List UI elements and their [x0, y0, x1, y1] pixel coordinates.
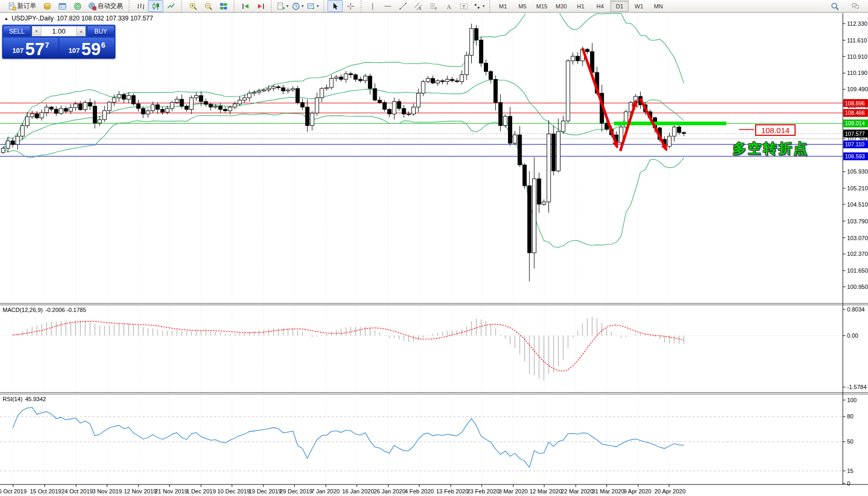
- svg-text:112.330: 112.330: [847, 20, 867, 27]
- timeframe-h4-label: H4: [596, 3, 604, 9]
- text-label-button[interactable]: T: [456, 0, 471, 12]
- svg-text:T: T: [462, 4, 465, 9]
- buy-button-label: BUY: [94, 28, 108, 35]
- timeframe-w1[interactable]: W1: [630, 1, 648, 12]
- navigator-button[interactable]: [70, 0, 85, 12]
- zoom-in-button[interactable]: [185, 0, 200, 12]
- timeframe-d1[interactable]: D1: [610, 1, 629, 12]
- svg-text:9 Apr 2020: 9 Apr 2020: [623, 488, 651, 494]
- svg-text:0: 0: [847, 480, 850, 487]
- turning-point-note[interactable]: 多空转折点: [733, 139, 809, 158]
- bar-chart-button[interactable]: [133, 0, 148, 12]
- candle-chart-button[interactable]: [148, 0, 163, 12]
- new-chart-button[interactable]: ▾: [275, 0, 290, 12]
- sell-price[interactable]: 107 57 7: [3, 38, 58, 58]
- timeframe-h1[interactable]: H1: [571, 1, 590, 12]
- svg-text:1 Dec 2019: 1 Dec 2019: [186, 488, 216, 494]
- collapse-arrow-icon[interactable]: ▲: [4, 16, 8, 21]
- svg-text:103.790: 103.790: [847, 218, 868, 224]
- trendline-button[interactable]: [395, 0, 410, 12]
- timeframe-h4[interactable]: H4: [591, 1, 609, 12]
- bar-chart-icon: [136, 2, 145, 10]
- search-button[interactable]: [827, 0, 842, 12]
- macd-axis[interactable]: 0.80340.00-1.5784: [843, 306, 866, 390]
- timeframe-d1-label: D1: [616, 3, 623, 9]
- sell-button[interactable]: SELL: [3, 26, 30, 37]
- equidistant-channel-button[interactable]: E: [410, 0, 426, 12]
- text-icon: A: [444, 2, 453, 10]
- data-window-icon: [58, 2, 67, 10]
- navigator-icon: [73, 2, 82, 10]
- horizontal-level-lines[interactable]: [0, 103, 843, 157]
- svg-text:10 Dec 2019: 10 Dec 2019: [217, 488, 250, 494]
- svg-text:12 Nov 2019: 12 Nov 2019: [124, 488, 156, 494]
- new-order-icon: [8, 2, 16, 10]
- toolbar-group-pointer: [323, 1, 360, 12]
- arrows-button[interactable]: ▾: [471, 0, 486, 12]
- zoom-out-icon: [204, 2, 213, 10]
- rsi-label: RSI(14)45.9342: [3, 396, 49, 402]
- timeframe-m5-label: M5: [518, 3, 526, 9]
- timeframe-m15[interactable]: M15: [533, 1, 551, 12]
- text-button[interactable]: A: [441, 0, 456, 12]
- fibonacci-button[interactable]: F: [426, 0, 441, 12]
- cursor-button[interactable]: [327, 0, 343, 12]
- pane-separators[interactable]: [0, 304, 868, 394]
- auto-scroll-icon: [241, 2, 250, 10]
- ohlc-values: 107.820 108.032 107.339 107.577: [57, 15, 153, 22]
- line-chart-button[interactable]: [163, 0, 178, 12]
- chart-shift-icon: [257, 2, 265, 10]
- svg-text:100.950: 100.950: [847, 284, 868, 290]
- periods-button[interactable]: ▾: [290, 0, 305, 12]
- timeframe-m5[interactable]: M5: [513, 1, 532, 12]
- vertical-line-button[interactable]: [365, 0, 380, 12]
- volume-increase-button[interactable]: ▴: [76, 26, 86, 36]
- tile-windows-icon: [219, 2, 228, 10]
- templates-button[interactable]: ▾: [305, 0, 321, 12]
- macd-values: -0.2006 -0.1785: [45, 307, 86, 313]
- timeframe-m30[interactable]: M30: [552, 1, 570, 12]
- volume-decrease-button[interactable]: ▾: [32, 26, 41, 36]
- autotrading-button[interactable]: 自动交易: [85, 0, 126, 12]
- chevron-down-icon: ▾: [482, 4, 484, 8]
- macd-name: MACD(12,26,9): [3, 307, 43, 313]
- chat-button[interactable]: [848, 0, 863, 12]
- svg-text:103.070: 103.070: [847, 235, 868, 241]
- volume-input[interactable]: [41, 26, 76, 36]
- data-window-button[interactable]: [55, 0, 70, 12]
- support-zone-bar[interactable]: [614, 122, 726, 125]
- rsi-axis[interactable]: 1008050150: [843, 397, 856, 487]
- svg-text:4 Feb 2020: 4 Feb 2020: [405, 488, 434, 494]
- rsi-level-lines: [0, 417, 843, 471]
- svg-text:110.910: 110.910: [847, 53, 867, 60]
- one-click-trading-panel: SELL ▾ ▴ BUY 107 57 7 107 59 6: [2, 25, 115, 59]
- svg-text:110.190: 110.190: [847, 70, 867, 76]
- tile-windows-button[interactable]: [216, 0, 231, 12]
- market-watch-button[interactable]: [39, 0, 55, 12]
- new-order-button-label: 新订单: [17, 2, 36, 10]
- zoom-out-button[interactable]: [200, 0, 216, 12]
- horizontal-line-button[interactable]: [380, 0, 395, 12]
- buy-button[interactable]: BUY: [87, 26, 114, 37]
- svg-text:109.490: 109.490: [847, 86, 868, 92]
- crosshair-icon: [346, 2, 355, 10]
- svg-text:108.014: 108.014: [845, 120, 865, 126]
- price-level-callout[interactable]: 108.014: [755, 124, 796, 136]
- price-axis[interactable]: 112.330111.610110.910110.190109.490108.7…: [843, 20, 868, 290]
- svg-text:20 Apr 2020: 20 Apr 2020: [654, 488, 685, 494]
- crosshair-button[interactable]: [343, 0, 358, 12]
- auto-scroll-button[interactable]: [238, 0, 253, 12]
- buy-price[interactable]: 107 59 6: [59, 38, 114, 58]
- chart-shift-button[interactable]: [253, 0, 268, 12]
- svg-text:80: 80: [847, 413, 853, 419]
- timeframe-mn[interactable]: MN: [649, 1, 668, 12]
- buy-price-whole: 107: [68, 47, 80, 55]
- svg-text:A: A: [447, 3, 451, 10]
- svg-text:3 Mar 2020: 3 Mar 2020: [499, 488, 528, 494]
- chart-area[interactable]: 112.330111.610110.910110.190109.490108.7…: [0, 0, 868, 496]
- svg-text:6 Oct 2019: 6 Oct 2019: [0, 488, 27, 494]
- timeframe-m1[interactable]: M1: [494, 1, 512, 12]
- new-order-button[interactable]: 新订单: [5, 0, 39, 12]
- svg-text:-1.5784: -1.5784: [847, 384, 866, 390]
- date-axis[interactable]: 6 Oct 201915 Oct 201924 Oct 20193 Nov 20…: [0, 484, 685, 494]
